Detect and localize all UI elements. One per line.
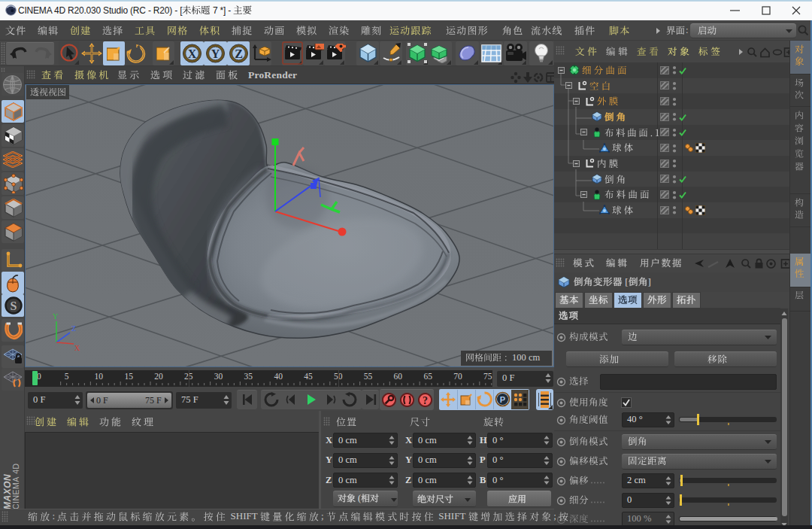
svg-text:?: ? bbox=[423, 395, 428, 406]
svg-text:S: S bbox=[11, 299, 17, 312]
svg-text:Y: Y bbox=[53, 312, 58, 321]
svg-text:P: P bbox=[500, 395, 505, 404]
svg-text:Z: Z bbox=[235, 47, 243, 60]
svg-text:X: X bbox=[188, 47, 197, 60]
svg-text:X: X bbox=[74, 344, 80, 352]
svg-text:Y: Y bbox=[211, 47, 220, 60]
svg-text:Z: Z bbox=[71, 324, 76, 333]
